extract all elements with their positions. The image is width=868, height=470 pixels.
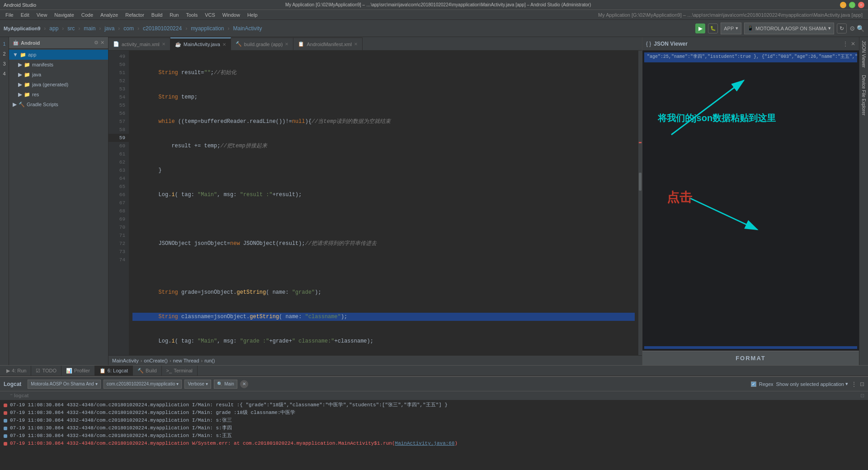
tab-build-gradle[interactable]: 🔨 build.gradle (app) ✕ — [231, 38, 294, 50]
logcat-verbose-selector[interactable]: Verbose ▾ — [184, 380, 211, 389]
tab-close-xml[interactable]: ✕ — [162, 42, 165, 47]
java-folder-icon: 📁 — [24, 72, 30, 78]
tree-item-app[interactable]: ▼ 📁 app — [9, 50, 108, 60]
tab-label-activity-main: activity_main.xml — [122, 42, 160, 47]
menu-build[interactable]: Build — [148, 11, 166, 19]
breadcrumb-java[interactable]: java — [104, 25, 114, 32]
tab-profiler[interactable]: 📊 Profiler — [61, 366, 95, 376]
logcat-menu-btn[interactable]: ⋮ — [851, 381, 857, 388]
tab-androidmanifest[interactable]: 📋 AndroidManifest.xml ✕ — [293, 38, 363, 50]
folder-closed-icon-2: ▶ — [18, 71, 22, 78]
breadcrumb-src[interactable]: src — [67, 25, 75, 32]
logcat-regex-checkbox[interactable]: Regex — [751, 381, 774, 387]
logcat-toolbar: Logcat Motorola AOSP On Shama And ▾ com.… — [0, 377, 868, 391]
log-link-mainactivity[interactable]: MainActivity.java:68 — [395, 441, 455, 446]
activity-structure-icon[interactable]: 2 — [0, 50, 9, 58]
code-line-54: Log.i( tag: "Main", msg: "result :"+resu… — [132, 191, 635, 199]
toolbar-icon-1[interactable]: ⚙ — [849, 25, 855, 32]
tree-item-java[interactable]: ▶ 📁 java — [9, 70, 108, 80]
breadcrumb-run[interactable]: run() — [204, 358, 215, 363]
project-name-breadcrumb[interactable]: MyApplication9 — [4, 26, 40, 31]
breadcrumb-main[interactable]: main — [84, 25, 95, 32]
activity-project-icon[interactable]: 1 — [0, 40, 9, 48]
code-editor[interactable]: 49 50 51 52 53 54 55 56 57 58 59 60 61 6… — [108, 51, 642, 355]
tab-run[interactable]: ▶ 4: Run — [2, 366, 31, 376]
menu-vcs[interactable]: VCS — [201, 11, 219, 19]
tab-close-java[interactable]: ✕ — [222, 42, 226, 47]
json-panel-content[interactable]: "age":25,"name":"李四","isstudent":true },… — [642, 51, 859, 351]
maximize-button[interactable]: □ — [849, 2, 855, 8]
format-button[interactable]: FORMAT — [642, 351, 859, 365]
breadcrumb-myapp[interactable]: myapplication — [191, 25, 224, 32]
close-button[interactable]: ✕ — [858, 2, 864, 8]
breadcrumb-app[interactable]: app — [49, 25, 58, 32]
logcat-device-selector[interactable]: Motorola AOSP On Shama And ▾ — [28, 380, 100, 389]
tree-item-res[interactable]: ▶ 📁 res — [9, 89, 108, 99]
json-panel-menu-icon[interactable]: ⋮ — [843, 41, 848, 47]
breadcrumb-mainactivity-bottom[interactable]: MainActivity — [112, 358, 139, 363]
close-panel-icon[interactable]: ✕ — [100, 40, 104, 46]
menu-tools[interactable]: Tools — [182, 11, 201, 19]
tab-close-manifest[interactable]: ✕ — [354, 42, 358, 47]
menu-code[interactable]: Code — [78, 11, 97, 19]
show-selected-chevron-icon: ▾ — [845, 381, 848, 387]
code-content[interactable]: String result="";//初始化 String temp; whil… — [129, 51, 638, 355]
menu-refactor[interactable]: Refactor — [122, 11, 148, 19]
app-selector[interactable]: APP ▾ — [721, 23, 741, 34]
tab-close-gradle[interactable]: ✕ — [285, 42, 288, 47]
log-text-1: 07-19 11:08:30.864 4332-4348/com.c201801… — [10, 401, 448, 409]
toolbar-icon-2[interactable]: 🔍 — [857, 25, 864, 32]
menu-navigate[interactable]: Navigate — [51, 11, 77, 19]
menu-window[interactable]: Window — [219, 11, 244, 19]
tab-todo[interactable]: ☑ TODO — [31, 366, 61, 376]
code-line-55 — [132, 215, 635, 223]
breadcrumb-thread[interactable]: new Thread — [173, 358, 199, 363]
terminal-tab-label: Terminal — [174, 368, 193, 373]
todo-tab-label: TODO — [42, 368, 57, 373]
tree-item-gradle[interactable]: ▶ 🔨 Gradle Scripts — [9, 99, 108, 109]
logcat-package-selector[interactable]: com.c201801020224.myapplicatio ▾ — [104, 380, 182, 389]
line-num-59: 59 — [108, 134, 129, 142]
tab-mainactivity-java[interactable]: ☕ MainActivity.java ✕ — [170, 38, 231, 50]
tab-activity-main-xml[interactable]: 📄 activity_main.xml ✕ — [108, 38, 170, 50]
editor-scrollbar[interactable] — [638, 51, 642, 355]
show-selected-application[interactable]: Show only selected application ▾ — [776, 381, 848, 387]
menu-view[interactable]: View — [33, 11, 51, 19]
menu-run[interactable]: Run — [166, 11, 182, 19]
tab-terminal[interactable]: >_ Terminal — [162, 366, 198, 376]
tree-item-manifests[interactable]: ▶ 📁 manifests — [9, 60, 108, 70]
breadcrumb-package[interactable]: c201801020224 — [143, 25, 182, 32]
menu-analyze[interactable]: Analyze — [97, 11, 122, 19]
breadcrumb-mainactivity[interactable]: MainActivity — [233, 25, 262, 32]
menu-file[interactable]: File — [2, 11, 17, 19]
device-selector[interactable]: 📱 MOTOROLA AOSP ON SHAMA ▾ — [744, 23, 834, 34]
breadcrumb-com[interactable]: com — [123, 25, 134, 32]
tab-build[interactable]: 🔨 Build — [133, 366, 161, 376]
logcat-search-label: Main — [224, 381, 234, 386]
menu-edit[interactable]: Edit — [17, 11, 33, 19]
logcat-search-box[interactable]: 🔍 Main — [214, 380, 237, 389]
tab-logcat[interactable]: 📋 6: Logcat — [95, 366, 133, 376]
tree-item-java-generated[interactable]: ▶ 📁 java (generated) — [9, 80, 108, 89]
settings-icon[interactable]: ⚙ — [94, 40, 99, 46]
toolbar-extra-buttons: ⚙ 🔍 — [849, 25, 864, 32]
breadcrumb-oncreate[interactable]: onCreate() — [144, 358, 168, 363]
sync-button[interactable]: ↻ — [837, 24, 847, 33]
json-panel-close-icon[interactable]: ✕ — [851, 41, 855, 47]
right-sidebar-device-tab[interactable]: Device File Explorer — [860, 71, 867, 119]
line-numbers: 49 50 51 52 53 54 55 56 57 58 59 60 61 6… — [108, 51, 129, 355]
logcat-expand-icon[interactable]: ⊡ — [860, 393, 864, 399]
line-num-65: 65 — [108, 183, 129, 191]
debug-button[interactable]: 🐛 — [708, 24, 718, 33]
log-line-4: 07-19 11:08:30.864 4332-4348/com.c201801… — [0, 424, 868, 432]
minimize-button[interactable]: ─ — [840, 2, 846, 8]
logcat-clear-btn[interactable]: ✕ — [240, 380, 248, 388]
activity-variants-icon[interactable]: 3 — [0, 60, 9, 68]
activity-favorites-icon[interactable]: 4 — [0, 70, 9, 78]
logcat-maximize-btn[interactable]: ⊡ — [860, 381, 864, 387]
run-button[interactable]: ▶ — [695, 24, 705, 33]
logcat-content[interactable]: 07-19 11:08:30.864 4332-4348/com.c201801… — [0, 400, 868, 470]
tree-label-app: app — [28, 52, 36, 57]
menu-help[interactable]: Help — [244, 11, 261, 19]
right-sidebar-json-tab[interactable]: JSON Viewer — [860, 37, 867, 71]
